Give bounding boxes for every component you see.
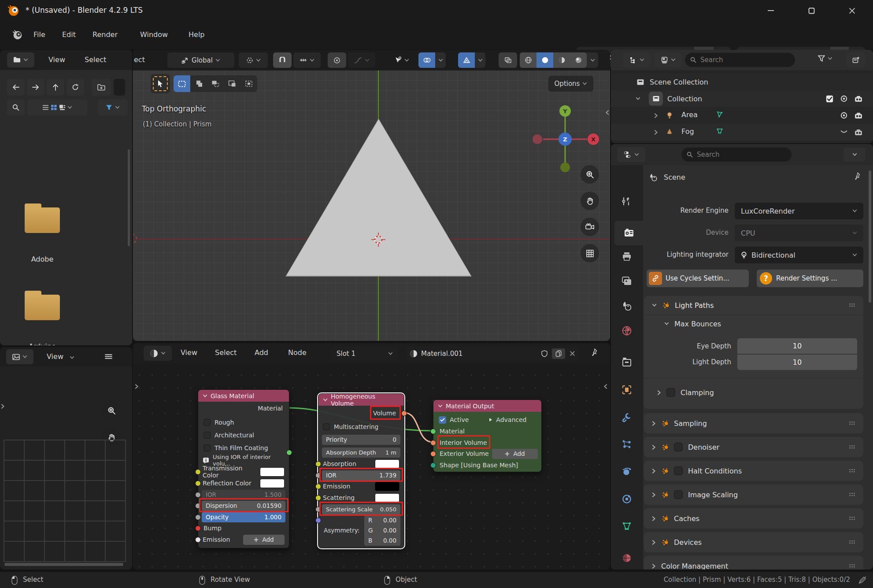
socket-output-interior[interactable] (430, 440, 436, 446)
panel-color-management[interactable]: Color Management (644, 556, 863, 570)
filebrowser-menu-view[interactable]: View (48, 55, 65, 64)
area-render-icon[interactable] (855, 112, 862, 119)
filebrowser-menu-select[interactable]: Select (85, 55, 106, 64)
max-bounces-header[interactable]: Max Bounces (644, 315, 863, 333)
show-overlays-chevron[interactable] (435, 52, 446, 68)
tab-output-icon[interactable] (621, 251, 632, 261)
shading-wireframe-button[interactable] (520, 52, 536, 68)
filebrowser-editor-type-dropdown[interactable] (7, 52, 34, 67)
panel-image-scaling[interactable]: Image Scaling (644, 484, 863, 505)
tab-object-icon[interactable] (621, 385, 632, 395)
outliner-funnel-dropdown[interactable] (818, 55, 832, 62)
tab-physics-icon[interactable] (621, 466, 632, 477)
socket-volume-emission[interactable] (315, 484, 321, 489)
drag-dots-icon[interactable] (849, 303, 855, 308)
fog-hidden-icon[interactable] (840, 130, 847, 134)
shading-dropdown-chevron[interactable] (587, 52, 598, 68)
new-collection-button[interactable] (846, 52, 866, 67)
node-volume-header[interactable]: Homogeneous Volume (318, 394, 404, 406)
prism-object[interactable] (286, 119, 471, 276)
viewport-camera-button[interactable] (581, 218, 599, 236)
filebrowser-filter-dropdown[interactable] (98, 99, 128, 116)
navigation-gizmo[interactable]: Y X Z (529, 101, 603, 176)
collection-checkbox-icon[interactable] (826, 95, 833, 103)
outliner-row-area[interactable]: Area (611, 107, 873, 124)
volume-multiscattering-checkbox[interactable] (323, 423, 330, 430)
create-folder-button[interactable] (92, 79, 111, 96)
panel-halt-conditions[interactable]: Halt Conditions (644, 461, 863, 481)
image-editor-hscrollbar[interactable] (4, 563, 123, 566)
tab-particles-icon[interactable] (621, 439, 632, 450)
socket-output-exterior[interactable] (430, 451, 436, 457)
viewport-3d[interactable]: ect Global (133, 50, 610, 341)
image-editor-expand-icon[interactable] (1, 403, 5, 409)
folder-label-arduino[interactable]: Arduino (0, 342, 85, 345)
image-editor-menu-icon[interactable] (105, 354, 112, 359)
image-editor-type-dropdown[interactable] (6, 349, 33, 364)
panel-devices[interactable]: Devices (644, 532, 863, 552)
xray-chevron[interactable] (475, 52, 485, 68)
toggle-xray-button[interactable] (499, 52, 517, 68)
glass-architectural-checkbox[interactable] (203, 432, 211, 439)
node-glass-material[interactable]: Glass Material Material Rough Architectu… (198, 389, 289, 548)
properties-editor-type-dropdown[interactable] (617, 147, 645, 162)
socket-output-shape[interactable] (430, 462, 436, 468)
snap-settings-dropdown[interactable] (293, 52, 321, 68)
clamping-header[interactable]: Clamping (644, 382, 863, 403)
folder-icon-adobe[interactable] (25, 207, 60, 233)
panel-caches[interactable]: Caches (644, 508, 863, 529)
active-tool-button[interactable] (151, 74, 170, 93)
socket-volume-asymmetry[interactable] (315, 518, 321, 523)
menu-file[interactable]: File (33, 30, 45, 39)
volume-absorption-depth-field[interactable]: Absorption Depth1 m (322, 447, 400, 458)
display-mode-group[interactable] (27, 99, 87, 116)
properties-search-field[interactable]: Search (681, 148, 792, 162)
volume-scattering-swatch[interactable] (375, 493, 400, 503)
tab-render-active[interactable] (614, 221, 643, 245)
area-selectable-icon[interactable] (840, 112, 847, 119)
xray-toggle-icon[interactable] (458, 52, 475, 68)
image-editor-menu-view[interactable]: View (47, 352, 63, 361)
outliner-row-fog[interactable]: Fog (611, 124, 873, 141)
socket-glass-opacity[interactable] (195, 514, 201, 520)
render-engine-dropdown[interactable]: LuxCoreRender (735, 203, 863, 219)
shading-material-button[interactable] (553, 52, 570, 68)
socket-volume-out[interactable] (401, 410, 407, 416)
menu-help[interactable]: Help (189, 30, 204, 39)
socket-output-material[interactable] (430, 429, 436, 434)
outliner-row-scene-collection[interactable]: Scene Collection (611, 74, 873, 90)
maximize-button[interactable] (801, 4, 822, 18)
folder-icon-arduino[interactable] (25, 295, 60, 320)
refresh-button[interactable] (67, 79, 84, 96)
tab-scene-icon[interactable] (621, 301, 632, 311)
node-output-header[interactable]: Material Output (433, 400, 541, 412)
halt-conditions-checkbox[interactable] (674, 466, 683, 475)
volume-emission-swatch[interactable] (375, 482, 400, 491)
collection-selectable-icon[interactable] (840, 95, 847, 102)
viewport-pan-button[interactable] (581, 192, 599, 210)
volume-asym-r-field[interactable]: R0.00 (364, 515, 400, 525)
select-box-new-button[interactable] (174, 75, 190, 92)
filebrowser-scrollbar[interactable] (128, 149, 130, 246)
advanced-expand-icon[interactable] (489, 418, 492, 422)
xray-shading-group[interactable] (458, 52, 485, 68)
glass-opacity-slider[interactable]: Opacity1.000 (202, 512, 285, 522)
volume-absorption-swatch[interactable] (375, 459, 400, 469)
device-dropdown[interactable]: CPU (735, 225, 863, 241)
socket-glass-emission[interactable] (195, 537, 201, 543)
folder-label-adobe[interactable]: Adobe (0, 255, 85, 263)
glass-rough-checkbox[interactable] (203, 419, 211, 426)
viewport-ortho-toggle-button[interactable] (581, 244, 599, 263)
pivot-point-dropdown[interactable] (239, 52, 268, 68)
menu-render[interactable]: Render (92, 30, 118, 39)
light-paths-header[interactable]: Light Paths (644, 296, 863, 314)
image-editor-zoom-button[interactable] (102, 401, 121, 420)
light-depth-field[interactable]: 10 (737, 355, 857, 370)
render-settings-help-button[interactable]: ? Render Settings ... (757, 270, 863, 287)
object-menu-clipped[interactable]: ect (134, 55, 145, 64)
socket-glass-ior[interactable] (195, 492, 201, 498)
outliner-search-field[interactable]: Search (685, 53, 795, 67)
glass-emission-add-button[interactable]: Add (243, 535, 285, 545)
transform-orientation-dropdown[interactable]: Global (167, 52, 234, 68)
tab-collection-icon[interactable] (621, 357, 632, 367)
